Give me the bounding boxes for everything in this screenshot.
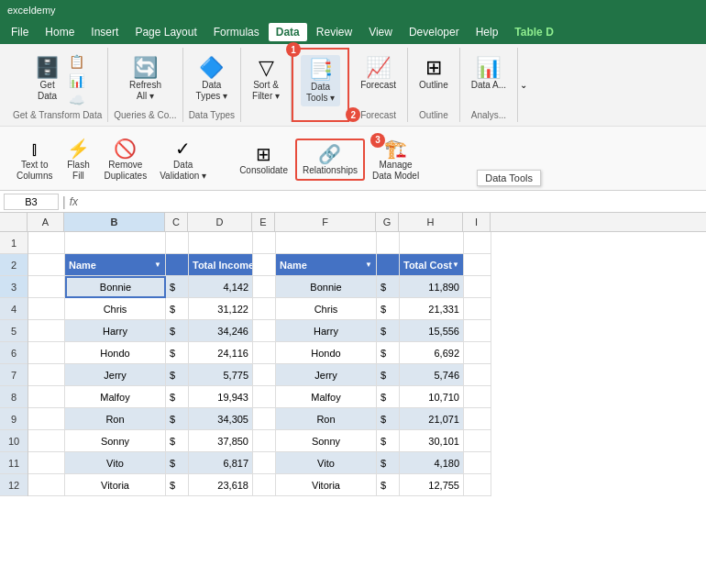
menu-help[interactable]: Help xyxy=(469,23,506,41)
dropdown-name1[interactable]: ▼ xyxy=(154,261,161,269)
cell-c2[interactable] xyxy=(166,254,189,276)
cell-c11[interactable]: $ xyxy=(166,452,189,474)
menu-insert[interactable]: Insert xyxy=(83,23,126,41)
consolidate-button[interactable]: ⊞ Consolidate xyxy=(234,140,293,179)
cell-f12[interactable]: Vitoria xyxy=(276,474,377,496)
ribbon-expand[interactable]: ⌄ xyxy=(520,48,527,122)
cell-c8[interactable]: $ xyxy=(166,386,189,408)
col-h[interactable]: H xyxy=(399,213,463,231)
dropdown-cost2[interactable]: ▼ xyxy=(452,261,459,269)
cell-d7[interactable]: 5,775 xyxy=(189,364,253,386)
cell-f9[interactable]: Ron xyxy=(276,408,377,430)
cell-f5[interactable]: Harry xyxy=(276,320,377,342)
cell-e3[interactable] xyxy=(253,276,276,298)
cell-g5[interactable]: $ xyxy=(377,320,400,342)
cell-c1[interactable] xyxy=(166,232,189,254)
menu-table-d[interactable]: Table D xyxy=(507,23,560,41)
cell-f7[interactable]: Jerry xyxy=(276,364,377,386)
cell-e7[interactable] xyxy=(253,364,276,386)
data-validation-button[interactable]: ✓ DataValidation ▾ xyxy=(154,135,212,184)
cell-c9[interactable]: $ xyxy=(166,408,189,430)
cell-b8[interactable]: Malfoy xyxy=(65,386,166,408)
cell-f8[interactable]: Malfoy xyxy=(276,386,377,408)
cell-b7[interactable]: Jerry xyxy=(65,364,166,386)
col-c[interactable]: C xyxy=(165,213,188,231)
data-icon-3[interactable]: ☁️ xyxy=(68,92,86,109)
cell-h2-header[interactable]: Total Cost ▼ xyxy=(400,254,464,276)
cell-b9[interactable]: Ron xyxy=(65,408,166,430)
menu-formulas[interactable]: Formulas xyxy=(206,23,267,41)
menu-page-layout[interactable]: Page Layout xyxy=(127,23,204,41)
cell-c7[interactable]: $ xyxy=(166,364,189,386)
cell-e10[interactable] xyxy=(253,430,276,452)
menu-view[interactable]: View xyxy=(361,23,400,41)
col-g[interactable]: G xyxy=(376,213,399,231)
cell-d5[interactable]: 34,246 xyxy=(189,320,253,342)
cell-b3[interactable]: Bonnie xyxy=(65,276,166,298)
cell-g4[interactable]: $ xyxy=(377,298,400,320)
formula-input[interactable] xyxy=(82,194,702,210)
cell-g9[interactable]: $ xyxy=(377,408,400,430)
col-b[interactable]: B xyxy=(64,213,165,231)
cell-h4[interactable]: 21,331 xyxy=(400,298,464,320)
cell-a8[interactable] xyxy=(28,386,65,408)
cell-a5[interactable] xyxy=(28,320,65,342)
cell-i4[interactable] xyxy=(464,298,491,320)
cell-a1[interactable] xyxy=(28,232,65,254)
cell-i10[interactable] xyxy=(464,430,491,452)
data-types-button[interactable]: 🔷 DataTypes ▾ xyxy=(191,53,233,105)
cell-d1[interactable] xyxy=(189,232,253,254)
outline-button[interactable]: ⊞ Outline xyxy=(414,53,454,94)
cell-c5[interactable]: $ xyxy=(166,320,189,342)
cell-c3[interactable]: $ xyxy=(166,276,189,298)
cell-e12[interactable] xyxy=(253,474,276,496)
cell-b6[interactable]: Hondo xyxy=(65,342,166,364)
cell-h6[interactable]: 6,692 xyxy=(400,342,464,364)
cell-i9[interactable] xyxy=(464,408,491,430)
cell-b5[interactable]: Harry xyxy=(65,320,166,342)
cell-b1[interactable] xyxy=(65,232,166,254)
cell-h11[interactable]: 4,180 xyxy=(400,452,464,474)
cell-b10[interactable]: Sonny xyxy=(65,430,166,452)
cell-h1[interactable] xyxy=(400,232,464,254)
cell-g2[interactable] xyxy=(377,254,400,276)
cell-a4[interactable] xyxy=(28,298,65,320)
remove-duplicates-button[interactable]: 🚫 RemoveDuplicates xyxy=(98,135,152,184)
cell-f11[interactable]: Vito xyxy=(276,452,377,474)
cell-h5[interactable]: 15,556 xyxy=(400,320,464,342)
cell-i8[interactable] xyxy=(464,386,491,408)
cell-b11[interactable]: Vito xyxy=(65,452,166,474)
cell-g12[interactable]: $ xyxy=(377,474,400,496)
get-data-button[interactable]: 🗄️ Get Data xyxy=(29,53,66,105)
menu-data[interactable]: Data xyxy=(269,23,307,41)
cell-d12[interactable]: 23,618 xyxy=(189,474,253,496)
data-analysis-button[interactable]: 📊 Data A... xyxy=(466,53,512,94)
cell-h8[interactable]: 10,710 xyxy=(400,386,464,408)
cell-e2[interactable] xyxy=(253,254,276,276)
cell-i11[interactable] xyxy=(464,452,491,474)
cell-b12[interactable]: Vitoria xyxy=(65,474,166,496)
cell-a12[interactable] xyxy=(28,474,65,496)
cell-i5[interactable] xyxy=(464,320,491,342)
cell-i6[interactable] xyxy=(464,342,491,364)
cell-h3[interactable]: 11,890 xyxy=(400,276,464,298)
cell-g3[interactable]: $ xyxy=(377,276,400,298)
cell-e11[interactable] xyxy=(253,452,276,474)
cell-d3[interactable]: 4,142 xyxy=(189,276,253,298)
cell-h7[interactable]: 5,746 xyxy=(400,364,464,386)
cell-d4[interactable]: 31,122 xyxy=(189,298,253,320)
cell-e9[interactable] xyxy=(253,408,276,430)
cell-i1[interactable] xyxy=(464,232,491,254)
cell-g8[interactable]: $ xyxy=(377,386,400,408)
menu-home[interactable]: Home xyxy=(38,23,82,41)
relationships-button[interactable]: 3 🔗 Relationships xyxy=(295,139,365,181)
cell-i12[interactable] xyxy=(464,474,491,496)
cell-h12[interactable]: 12,755 xyxy=(400,474,464,496)
cell-f2-header[interactable]: Name ▼ xyxy=(276,254,377,276)
cell-d8[interactable]: 19,943 xyxy=(189,386,253,408)
cell-d6[interactable]: 24,116 xyxy=(189,342,253,364)
cell-d9[interactable]: 34,305 xyxy=(189,408,253,430)
text-to-columns-button[interactable]: ⫿ Text toColumns xyxy=(11,135,58,184)
data-tools-button[interactable]: 📑 DataTools ▾ xyxy=(301,55,340,106)
cell-d10[interactable]: 37,850 xyxy=(189,430,253,452)
